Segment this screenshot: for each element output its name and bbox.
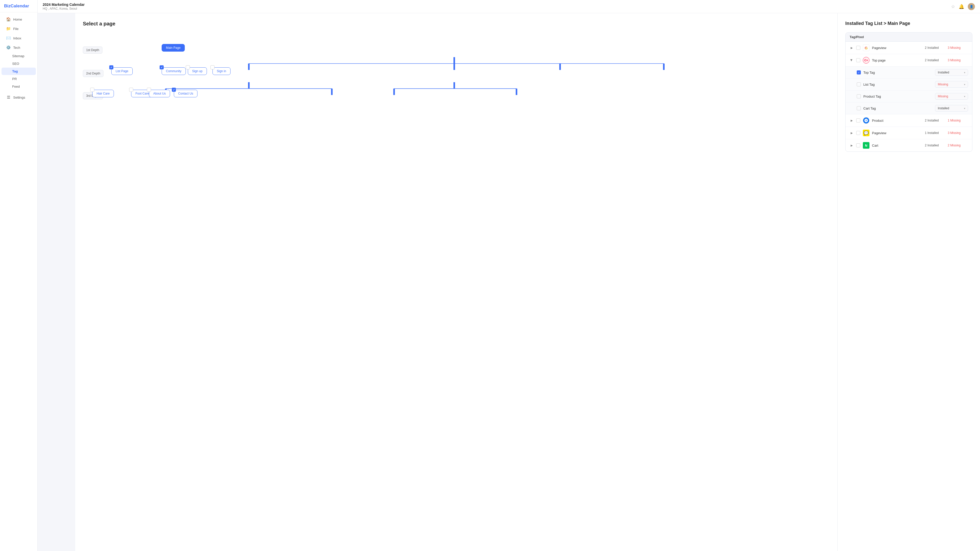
chevron-down-icon: ▾ — [964, 83, 965, 86]
list-tag-status-select[interactable]: Missing ▾ — [935, 81, 968, 88]
meta-icon — [863, 117, 869, 124]
topbar: 2024 Marketing Calendar HQ , APAC, Korea… — [38, 0, 980, 13]
tech-icon: ⚙️ — [6, 45, 11, 50]
tag-row-inner-cart-tag: Cart Tag Installed ▾ — [846, 102, 972, 115]
checkbox-top-tag[interactable] — [857, 70, 861, 75]
tag-installed-google-pageview: 2 Installed — [925, 46, 945, 49]
sidebar-sub-item-tag[interactable]: Tag — [2, 68, 36, 75]
home-icon: 🏠 — [6, 17, 11, 22]
sidebar-item-inbox[interactable]: ✉️ Inbox — [2, 33, 36, 43]
chevron-down-icon: ▾ — [964, 71, 965, 74]
topbar-title: 2024 Marketing Calendar HQ , APAC, Korea… — [43, 3, 84, 10]
expand-arrow-naver[interactable]: ▶ — [850, 143, 854, 147]
node-contact-us[interactable]: Contact Us — [174, 90, 197, 97]
tag-row-inner-top-tag: Top Tag Installed ▾ — [846, 67, 972, 78]
list-page-checkbox[interactable] — [109, 65, 113, 69]
tag-installed-criteo: 2 Installed — [925, 59, 945, 62]
left-panel-title: Select a page — [83, 21, 830, 27]
tag-installed-naver: 2 Installed — [925, 143, 945, 147]
checkbox-product-tag[interactable] — [857, 94, 861, 98]
tag-table-header: Tag/Pixel — [846, 32, 972, 42]
chevron-down-icon: ▾ — [964, 107, 965, 110]
checkbox-cart-tag[interactable] — [857, 106, 861, 110]
about-us-box[interactable]: About Us — [149, 90, 170, 97]
tag-row-google-pageview: ▶ G Pageview 2 Installed 3 Missing — [846, 42, 972, 54]
inbox-icon: ✉️ — [6, 36, 11, 40]
sidebar-nav: 🏠 Home 📁 File ✉️ Inbox ⚙️ Tech Sitemap S… — [0, 13, 37, 551]
topbar-subtitle: HQ , APAC, Korea, Seoul — [43, 7, 84, 10]
sidebar-item-inbox-label: Inbox — [13, 37, 21, 40]
sub-tag-name-cart-tag: Cart Tag — [863, 107, 932, 110]
tag-installed-meta: 2 Installed — [925, 119, 945, 122]
main-content: Select a page — [75, 13, 980, 551]
checkbox-list-tag[interactable] — [857, 82, 861, 86]
tag-missing-naver: 2 Missing — [948, 143, 968, 147]
tag-row-kakao-pageview: ▶ 💬 Pageview 1 Installed 3 Missing — [846, 127, 972, 139]
contact-us-checkbox[interactable] — [172, 88, 176, 92]
main-page-box[interactable]: Main Page — [162, 44, 185, 52]
sidebar-sub-item-feed[interactable]: Feed — [2, 83, 36, 90]
seo-label: SEO — [12, 62, 19, 65]
node-hair-care[interactable]: Hair Care — [92, 90, 114, 97]
criteo-icon: C× — [863, 57, 869, 64]
sidebar-sub-item-seo[interactable]: SEO — [2, 60, 36, 67]
community-checkbox[interactable] — [160, 65, 164, 69]
sign-up-box[interactable]: Sign up — [188, 67, 207, 75]
hair-care-checkbox[interactable] — [90, 88, 94, 92]
sidebar-item-tech[interactable]: ⚙️ Tech — [2, 43, 36, 52]
sidebar-sub-item-sitemap[interactable]: Sitemap — [2, 53, 36, 60]
node-about-us[interactable]: About Us — [149, 90, 170, 97]
expand-arrow-meta[interactable]: ▶ — [850, 118, 854, 123]
top-tag-status-select[interactable]: Installed ▾ — [935, 69, 968, 76]
list-page-box[interactable]: List Page — [111, 67, 133, 75]
checkbox-meta[interactable] — [856, 118, 860, 123]
sidebar-item-file[interactable]: 📁 File — [2, 24, 36, 33]
sub-tag-name-top-tag: Top Tag — [863, 71, 932, 75]
sidebar-sub-item-pr[interactable]: PR — [2, 75, 36, 83]
checkbox-kakao[interactable] — [856, 131, 860, 135]
tag-missing-kakao: 3 Missing — [948, 131, 968, 135]
sign-in-box[interactable]: Sign in — [212, 67, 231, 75]
sidebar-item-settings[interactable]: ☰ Settings — [2, 93, 36, 102]
app-logo: BizCalendar — [0, 0, 37, 13]
checkbox-google-pageview[interactable] — [856, 46, 860, 50]
node-sign-up[interactable]: Sign up — [188, 67, 207, 75]
sidebar-item-home-label: Home — [13, 18, 22, 21]
foot-care-checkbox[interactable] — [129, 88, 133, 92]
sidebar-item-file-label: File — [13, 27, 19, 31]
right-panel-title: Installed Tag List > Main Page — [845, 21, 972, 26]
expand-arrow-google-pageview[interactable]: ▶ — [850, 46, 854, 50]
sub-tag-name-list-tag: List Tag — [863, 83, 932, 86]
node-main-page[interactable]: Main Page — [162, 44, 185, 52]
checkbox-naver[interactable] — [856, 143, 860, 147]
tag-missing-google-pageview: 3 Missing — [948, 46, 968, 49]
tag-name-meta-product: Product — [872, 119, 922, 123]
tag-table: Tag/Pixel ▶ G Pageview 2 Installed 3 Mis… — [845, 32, 972, 152]
right-panel: Installed Tag List > Main Page Tag/Pixel… — [838, 13, 980, 551]
tag-missing-criteo: 3 Missing — [948, 59, 968, 62]
sidebar: BizCalendar 🏠 Home 📁 File ✉️ Inbox ⚙️ Te… — [0, 0, 38, 551]
about-us-checkbox[interactable] — [147, 88, 151, 92]
sign-up-checkbox[interactable] — [186, 65, 190, 69]
chevron-down-icon: ▾ — [964, 95, 965, 98]
product-tag-status-select[interactable]: Missing ▾ — [935, 93, 968, 100]
bell-icon[interactable]: 🔔 — [959, 4, 964, 10]
avatar[interactable]: 👤 — [968, 3, 975, 10]
checkbox-criteo[interactable] — [856, 58, 860, 62]
hair-care-box[interactable]: Hair Care — [92, 90, 114, 97]
tag-row-naver-cart: ▶ N Cart 2 Installed 2 Missing — [846, 139, 972, 151]
community-box[interactable]: Community — [162, 67, 186, 75]
star-icon[interactable]: ☆ — [951, 4, 955, 10]
node-sign-in[interactable]: Sign in — [212, 67, 231, 75]
expand-arrow-kakao[interactable]: ▶ — [850, 131, 854, 135]
cart-tag-status-select[interactable]: Installed ▾ — [935, 105, 968, 111]
sidebar-item-home[interactable]: 🏠 Home — [2, 15, 36, 24]
node-community[interactable]: Community — [162, 67, 186, 75]
expand-arrow-criteo[interactable]: ▶ — [850, 58, 854, 62]
sign-in-checkbox[interactable] — [210, 65, 215, 69]
depth-label-2nd: 2nd Depth — [83, 70, 103, 77]
kakao-icon: 💬 — [863, 130, 869, 136]
node-list-page[interactable]: List Page — [111, 67, 133, 75]
contact-us-box[interactable]: Contact Us — [174, 90, 197, 97]
tag-label: Tag — [12, 69, 18, 73]
